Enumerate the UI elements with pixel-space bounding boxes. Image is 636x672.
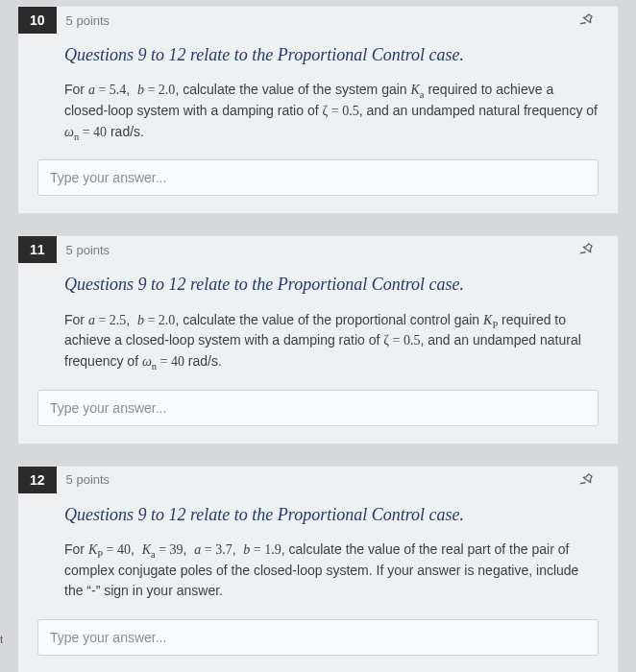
points-label: 5 points: [66, 472, 110, 487]
pin-icon[interactable]: [579, 12, 595, 28]
pin-icon[interactable]: [579, 472, 595, 488]
question-title: Questions 9 to 12 relate to the Proporti…: [64, 43, 599, 66]
question-number-badge: 12: [18, 467, 57, 493]
question-body: For a = 5.4, b = 2.0, calculate the valu…: [64, 80, 599, 142]
points-label: 5 points: [66, 13, 110, 28]
question-card: 11 5 points Questions 9 to 12 relate to …: [17, 235, 619, 444]
stray-text: t: [0, 634, 3, 646]
points-label: 5 points: [66, 243, 110, 257]
question-header: 12 5 points: [18, 467, 599, 493]
question-card: 12 5 points Questions 9 to 12 relate to …: [17, 466, 619, 672]
question-header: 10 5 points: [18, 7, 599, 34]
question-title: Questions 9 to 12 relate to the Proporti…: [64, 273, 599, 296]
answer-input[interactable]: [37, 159, 599, 196]
question-body: For a = 2.5, b = 2.0, calculate the valu…: [64, 310, 599, 372]
question-card: 10 5 points Questions 9 to 12 relate to …: [17, 6, 619, 214]
question-title: Questions 9 to 12 relate to the Proporti…: [64, 503, 599, 526]
question-header: 11 5 points: [18, 236, 599, 263]
pin-icon[interactable]: [579, 242, 595, 257]
question-number-badge: 10: [18, 7, 57, 34]
answer-input[interactable]: [37, 619, 599, 656]
question-number-badge: 11: [18, 236, 57, 263]
answer-input[interactable]: [37, 390, 599, 426]
question-body: For KP = 40, Ka = 39, a = 3.7, b = 1.9, …: [64, 540, 599, 602]
